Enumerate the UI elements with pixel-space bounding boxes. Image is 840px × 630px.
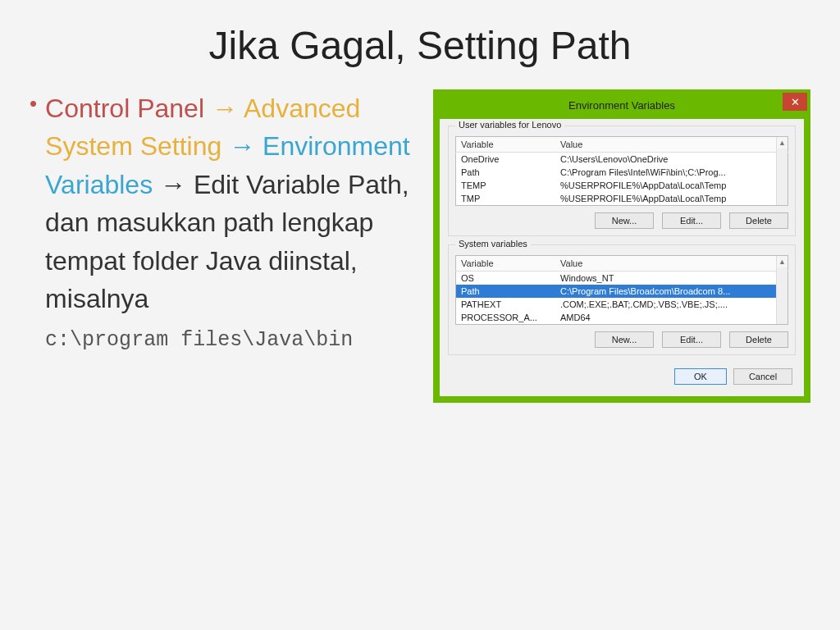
cell-variable: PROCESSOR_A... (456, 311, 556, 325)
slide-title: Jika Gagal, Setting Path (30, 23, 810, 68)
cell-variable: PATHEXT (456, 298, 556, 311)
dialog-column: Environment Variables ✕ User variables f… (433, 89, 810, 403)
group-legend: User variables for Lenovo (455, 120, 564, 130)
table-row[interactable]: PROCESSOR_A...AMD64 (456, 311, 788, 325)
bullet-column: • Control Panel → Advanced System Settin… (30, 89, 412, 356)
cell-value: AMD64 (555, 311, 788, 325)
cell-variable: Path (456, 166, 556, 179)
table-row[interactable]: PATHEXT.COM;.EXE;.BAT;.CMD;.VBS;.VBE;.JS… (456, 298, 788, 311)
cell-variable: OneDrive (456, 153, 556, 167)
cell-variable: TMP (456, 192, 556, 206)
slide: Jika Gagal, Setting Path • Control Panel… (0, 0, 840, 630)
user-variables-group: User variables for Lenovo Variable Value… (448, 126, 796, 236)
user-variables-table[interactable]: Variable Value OneDriveC:\Users\Lenovo\O… (455, 136, 788, 206)
scroll-up-icon[interactable]: ▲ (777, 256, 788, 267)
env-var-dialog: Environment Variables ✕ User variables f… (433, 89, 810, 403)
example-path: c:\program files\Java\bin (45, 328, 353, 352)
user-edit-button[interactable]: Edit... (662, 212, 721, 229)
sys-new-button[interactable]: New... (595, 331, 654, 348)
sys-edit-button[interactable]: Edit... (662, 331, 721, 348)
cell-value: Windows_NT (555, 272, 788, 285)
arrow-icon: → (204, 94, 244, 123)
scroll-up-icon[interactable]: ▲ (777, 137, 788, 148)
system-variables-table[interactable]: Variable Value OSWindows_NTPathC:\Progra… (455, 255, 788, 325)
cell-value: .COM;.EXE;.BAT;.CMD;.VBS;.VBE;.JS;.... (555, 298, 788, 311)
system-variables-group: System variables Variable Value OSWindow… (448, 244, 796, 355)
table-row[interactable]: PathC:\Program Files\Broadcom\Broadcom 8… (456, 285, 788, 298)
arrow-icon: → (221, 131, 262, 161)
cell-variable: Path (456, 285, 556, 298)
th-variable: Variable (456, 137, 556, 153)
table-row[interactable]: OSWindows_NT (456, 272, 788, 285)
sys-delete-button[interactable]: Delete (729, 331, 788, 348)
scrollbar[interactable]: ▲ (776, 256, 788, 324)
cell-value: C:\Users\Lenovo\OneDrive (555, 153, 788, 167)
cell-variable: TEMP (456, 179, 556, 192)
close-button[interactable]: ✕ (783, 93, 807, 111)
bullet-text: Control Panel → Advanced System Setting … (45, 89, 412, 356)
cell-value: %USERPROFILE%\AppData\Local\Temp (555, 192, 788, 206)
cell-value: C:\Program Files\Intel\WiFi\bin\;C:\Prog… (555, 166, 788, 179)
cell-variable: OS (456, 272, 556, 285)
cell-value: %USERPROFILE%\AppData\Local\Temp (555, 179, 788, 192)
table-row[interactable]: TEMP%USERPROFILE%\AppData\Local\Temp (456, 179, 788, 192)
ok-button[interactable]: OK (674, 368, 727, 385)
columns: • Control Panel → Advanced System Settin… (30, 89, 810, 403)
scrollbar[interactable]: ▲ (776, 137, 788, 205)
user-delete-button[interactable]: Delete (729, 212, 788, 229)
bullet-dot-icon: • (30, 91, 37, 116)
th-value: Value (555, 137, 788, 153)
th-variable: Variable (456, 256, 556, 272)
cancel-button[interactable]: Cancel (733, 368, 792, 385)
group-legend: System variables (455, 239, 531, 249)
th-value: Value (555, 256, 788, 272)
close-icon: ✕ (791, 96, 800, 108)
table-row[interactable]: PathC:\Program Files\Intel\WiFi\bin\;C:\… (456, 166, 788, 179)
dialog-title: Environment Variables (568, 99, 675, 112)
table-row[interactable]: OneDriveC:\Users\Lenovo\OneDrive (456, 153, 788, 167)
dialog-titlebar[interactable]: Environment Variables ✕ (440, 96, 804, 119)
cell-value: C:\Program Files\Broadcom\Broadcom 8... (555, 285, 788, 298)
user-new-button[interactable]: New... (595, 212, 654, 229)
text-control-panel: Control Panel (45, 94, 204, 123)
table-row[interactable]: TMP%USERPROFILE%\AppData\Local\Temp (456, 192, 788, 206)
